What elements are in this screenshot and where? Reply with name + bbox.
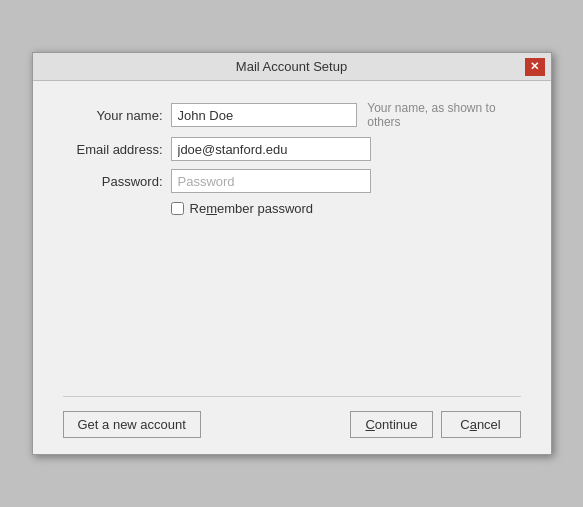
password-label: Password: [63,174,163,189]
get-account-button[interactable]: Get a new account [63,411,201,438]
title-bar: Mail Account Setup ✕ [33,53,551,81]
btn-left-group: Get a new account [63,411,201,438]
spacer-area [63,236,521,396]
remember-password-row: Remember password [171,201,521,216]
email-input[interactable] [171,137,371,161]
remember-password-checkbox[interactable] [171,202,184,215]
dialog-window: Mail Account Setup ✕ Your name: Your nam… [32,52,552,455]
name-row: Your name: Your name, as shown to others [63,101,521,129]
remember-password-label: Remember password [190,201,314,216]
dialog-content: Your name: Your name, as shown to others… [33,81,551,454]
dialog-title: Mail Account Setup [59,59,525,74]
name-label: Your name: [63,108,163,123]
cancel-button[interactable]: Cancel [441,411,521,438]
button-row: Get a new account Continue Cancel [63,396,521,438]
close-button[interactable]: ✕ [525,58,545,76]
email-label: Email address: [63,142,163,157]
close-icon: ✕ [530,60,539,73]
name-hint: Your name, as shown to others [367,101,520,129]
form-area: Your name: Your name, as shown to others… [63,101,521,216]
btn-right-group: Continue Cancel [350,411,520,438]
password-row: Password: [63,169,521,193]
email-row: Email address: [63,137,521,161]
continue-button[interactable]: Continue [350,411,432,438]
name-input[interactable] [171,103,358,127]
password-input[interactable] [171,169,371,193]
